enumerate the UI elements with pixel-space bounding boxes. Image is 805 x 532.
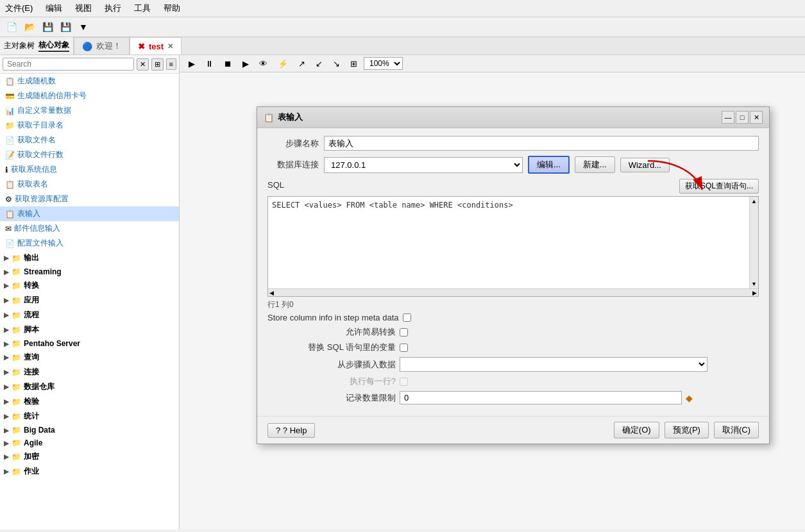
dialog-maximize-btn[interactable]: □ — [736, 111, 749, 124]
menu-run[interactable]: 执行 — [102, 1, 124, 15]
preview-btn[interactable]: 预览(P) — [665, 422, 709, 438]
sidebar-tab-main[interactable]: 主对象树 — [4, 40, 35, 51]
record-limit-input[interactable] — [400, 391, 682, 404]
sql-vscrollbar[interactable]: ▲ ▼ — [749, 197, 758, 288]
step-name-input[interactable] — [324, 136, 759, 151]
get-sql-btn[interactable]: 获取SQL查询语句... — [679, 179, 759, 194]
search-clear-btn[interactable]: ✕ — [137, 58, 149, 71]
app-folder-icon: 📁 — [12, 296, 21, 305]
sidebar-group-script[interactable]: ▶ 📁 脚本 — [0, 322, 179, 337]
sql-editor[interactable]: SELECT <values> FROM <table name> WHERE … — [268, 197, 758, 287]
sidebar-item-table-input[interactable]: 📋 表输入 — [0, 206, 179, 221]
sidebar-group-streaming[interactable]: ▶ 📁 Streaming — [0, 265, 179, 278]
sidebar-group-output[interactable]: ▶ 📁 输出 — [0, 251, 179, 265]
dialog-minimize-btn[interactable]: — — [722, 111, 734, 124]
repo-config-icon: ⚙ — [5, 195, 12, 204]
insert-step-select[interactable] — [400, 357, 708, 372]
sidebar-item-system-info[interactable]: ℹ 获取系统信息 — [0, 162, 179, 177]
replace-var-checkbox[interactable] — [400, 344, 408, 352]
new-conn-btn[interactable]: 新建... — [575, 156, 615, 173]
menu-view[interactable]: 视图 — [72, 1, 94, 15]
sidebar-tab-core[interactable]: 核心对象 — [38, 40, 69, 52]
save-as-btn[interactable]: 💾 — [58, 19, 73, 35]
step-btn[interactable]: ↗ — [294, 58, 309, 70]
sidebar-item-config-file[interactable]: 📄 配置文件输入 — [0, 236, 179, 251]
sidebar-item-repo-config[interactable]: ⚙ 获取资源库配置 — [0, 192, 179, 206]
input-btn[interactable]: ↙ — [312, 58, 326, 70]
search-options-btn[interactable]: ⊞ — [151, 58, 164, 71]
sidebar-group-job[interactable]: ▶ 📁 作业 — [0, 464, 179, 479]
sidebar-group-query-label: 查询 — [24, 352, 39, 363]
menu-edit[interactable]: 编辑 — [43, 1, 65, 15]
sidebar-item-table-name[interactable]: 📋 获取表名 — [0, 177, 179, 192]
ok-btn[interactable]: 确定(O) — [614, 422, 659, 438]
subdir-icon: 📁 — [5, 121, 15, 130]
debug-btn[interactable]: ⚡ — [274, 58, 292, 70]
save-btn[interactable]: 💾 — [40, 19, 55, 35]
search-input[interactable] — [3, 58, 134, 71]
sidebar-item-constant-data[interactable]: 📊 自定义常量数据 — [0, 103, 179, 118]
zoom-select[interactable]: 100% 50% 75% 125% 150% — [364, 57, 403, 70]
sidebar-group-encrypt[interactable]: ▶ 📁 加密 — [0, 449, 179, 464]
wizard-btn[interactable]: Wizard... — [620, 158, 670, 172]
tab-test[interactable]: ✖ test ✕ — [130, 37, 182, 54]
output-btn[interactable]: ↘ — [329, 58, 344, 70]
store-column-checkbox[interactable] — [403, 313, 411, 322]
sidebar-item-credit-card[interactable]: 💳 生成随机的信用卡号 — [0, 88, 179, 103]
close-tab-icon[interactable]: ✕ — [167, 42, 173, 51]
eye-btn[interactable]: 👁 — [255, 58, 271, 70]
sidebar-group-flow[interactable]: ▶ 📁 流程 — [0, 308, 179, 322]
search-layout-btn[interactable]: ≡ — [166, 58, 176, 70]
sidebar-group-agile[interactable]: ▶ 📁 Agile — [0, 436, 179, 449]
streaming-folder-icon: 📁 — [12, 267, 21, 276]
run-btn[interactable]: ▶ — [185, 58, 199, 70]
sidebar-item-filename[interactable]: 📄 获取文件名 — [0, 133, 179, 147]
open-btn[interactable]: 📂 — [22, 19, 37, 35]
sidebar-item-filename-label: 获取文件名 — [17, 135, 56, 145]
sidebar-item-file-rows[interactable]: 📝 获取文件行数 — [0, 147, 179, 162]
menu-help[interactable]: 帮助 — [161, 1, 183, 15]
sidebar-group-stats[interactable]: ▶ 📁 统计 — [0, 409, 179, 424]
preview-run-btn[interactable]: ▶ — [239, 58, 253, 70]
allow-lazy-checkbox[interactable] — [400, 328, 408, 337]
grid-btn[interactable]: ⊞ — [346, 58, 361, 70]
new-btn[interactable]: 📄 — [4, 19, 19, 35]
menu-file[interactable]: 文件(E) — [3, 1, 35, 15]
edit-conn-btn[interactable]: 编辑... — [528, 156, 570, 174]
query-arrow-icon: ▶ — [4, 354, 9, 361]
sidebar-group-validate[interactable]: ▶ 📁 检验 — [0, 394, 179, 409]
sidebar-group-pentaho[interactable]: ▶ 📁 Pentaho Server — [0, 337, 179, 350]
sql-hscrollbar[interactable]: ◀ ▶ — [268, 288, 758, 296]
step-name-row: 步骤名称 — [267, 136, 759, 151]
help-btn[interactable]: ? ? Help — [267, 423, 315, 438]
sidebar-group-app[interactable]: ▶ 📁 应用 — [0, 293, 179, 308]
script-arrow-icon: ▶ — [4, 326, 9, 333]
db-conn-select[interactable]: 127.0.0.1 — [324, 157, 523, 173]
sidebar-group-app-label: 应用 — [24, 295, 39, 306]
sidebar-group-transform[interactable]: ▶ 📁 转换 — [0, 278, 179, 293]
footer-right-buttons: 确定(O) 预览(P) 取消(C) — [614, 422, 759, 438]
sidebar-item-email-input[interactable]: ✉ 邮件信息输入 — [0, 221, 179, 236]
dialog-body: 步骤名称 数据库连接 127.0.0.1 编辑... 新建... Wizard.… — [257, 128, 769, 416]
sidebar-group-warehouse[interactable]: ▶ 📁 数据仓库 — [0, 379, 179, 394]
sidebar-group-bigdata-label: Big Data — [24, 426, 55, 435]
sidebar-group-query[interactable]: ▶ 📁 查询 — [0, 350, 179, 365]
export-btn[interactable]: ▼ — [76, 19, 91, 35]
pause-btn[interactable]: ⏸ — [201, 58, 217, 70]
sidebar-item-subdir[interactable]: 📁 获取子目录名 — [0, 118, 179, 133]
sidebar-group-connect-label: 连接 — [24, 367, 39, 378]
step-name-label: 步骤名称 — [267, 138, 319, 149]
sidebar-item-random-number[interactable]: 📋 生成随机数 — [0, 74, 179, 88]
dialog-title-text: 表输入 — [278, 112, 303, 123]
menu-tools[interactable]: 工具 — [131, 1, 153, 15]
sidebar-group-warehouse-label: 数据仓库 — [24, 381, 55, 392]
sidebar-group-bigdata[interactable]: ▶ 📁 Big Data — [0, 424, 179, 436]
stop-btn[interactable]: ⏹ — [220, 58, 236, 70]
agile-arrow-icon: ▶ — [4, 440, 9, 447]
sidebar-group-connect[interactable]: ▶ 📁 连接 — [0, 365, 179, 379]
dialog-close-btn[interactable]: ✕ — [750, 111, 763, 124]
store-column-row: Store column info in step meta data — [267, 313, 759, 322]
exec-each-row-label: 执行每一行? — [267, 376, 396, 387]
cancel-btn[interactable]: 取消(C) — [714, 422, 759, 438]
tab-welcome[interactable]: 🔵 欢迎！ — [74, 37, 130, 54]
